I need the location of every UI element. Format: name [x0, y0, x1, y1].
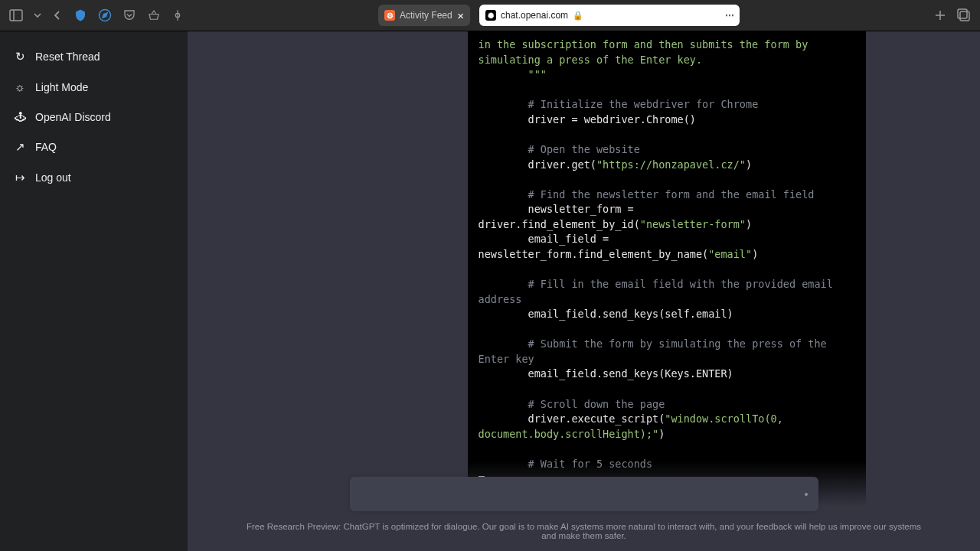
- tab-more-icon[interactable]: ⋯: [725, 10, 733, 21]
- code-text: ): [746, 218, 752, 230]
- code-text: email_field.send_keys(Keys.ENTER): [479, 367, 855, 382]
- basket-icon[interactable]: [147, 8, 161, 22]
- code-text: newsletter_form = driver.find_element_by…: [479, 203, 640, 230]
- code-comment: # Initialize the webdriver for Chrome: [479, 97, 855, 112]
- sidebar-item-logout[interactable]: ↦ Log out: [6, 163, 181, 192]
- code-text: """: [479, 67, 855, 83]
- browser-toolbar: ⚙ Activity Feed × ✺ chat.openai.com 🔒 ⋯: [0, 0, 980, 31]
- code-comment: # Scroll down the page: [479, 397, 855, 412]
- code-text: email_field = newsletter_form.find_eleme…: [479, 233, 709, 260]
- sun-icon: ☼: [14, 80, 26, 93]
- external-link-icon: ↗: [14, 140, 26, 154]
- code-comment: # Fill in the email field with the provi…: [479, 277, 855, 307]
- sidebar-item-discord[interactable]: 🕹 OpenAI Discord: [6, 103, 181, 131]
- code-string: "https://honzapavel.cz/": [596, 158, 746, 171]
- code-text: ): [658, 428, 665, 440]
- chevron-down-icon[interactable]: [34, 11, 41, 19]
- back-icon[interactable]: [52, 10, 63, 21]
- sidebar-toggle-icon[interactable]: [9, 8, 23, 22]
- code-text: a press of the Enter key.: [547, 54, 702, 66]
- disclaimer-text: Free Research Preview: ChatGPT is optimi…: [240, 522, 929, 540]
- code-text: email_field.send_keys(self.email): [479, 307, 855, 322]
- svg-rect-9: [958, 9, 967, 18]
- sidebar-item-label: OpenAI Discord: [35, 111, 111, 123]
- logout-icon: ↦: [14, 171, 26, 184]
- code-comment: # Find the newsletter form and the email…: [479, 187, 855, 203]
- svg-rect-0: [10, 10, 22, 21]
- compass-icon[interactable]: [98, 8, 112, 22]
- sidebar-item-faq[interactable]: ↗ FAQ: [6, 132, 181, 161]
- new-tab-icon[interactable]: [934, 9, 946, 21]
- code-string: "window.scrollTo(0,: [665, 412, 789, 425]
- code-string: "email": [708, 248, 752, 260]
- prompt-input-row[interactable]: [350, 477, 818, 511]
- tab-chat-openai[interactable]: ✺ chat.openai.com 🔒 ⋯: [479, 5, 740, 26]
- tab-favicon: ✺: [485, 10, 496, 21]
- tab-label: Activity Feed: [400, 10, 452, 21]
- code-text: driver.execute_script(: [479, 412, 665, 425]
- reset-icon: ↻: [14, 50, 26, 64]
- code-text: ): [752, 248, 758, 260]
- sidebar-item-label: Reset Thread: [35, 51, 100, 63]
- sidebar-item-light-mode[interactable]: ☼ Light Mode: [6, 73, 181, 101]
- code-text: ): [746, 158, 752, 171]
- sidebar: ↻ Reset Thread ☼ Light Mode 🕹 OpenAI Dis…: [0, 31, 188, 551]
- sidebar-item-label: Light Mode: [35, 81, 88, 93]
- tab-close-icon[interactable]: ×: [457, 9, 464, 22]
- tab-activity-feed[interactable]: ⚙ Activity Feed ×: [378, 5, 470, 26]
- sidebar-item-label: FAQ: [35, 141, 57, 153]
- tabs-overview-icon[interactable]: [957, 8, 971, 22]
- tab-favicon: ⚙: [384, 10, 395, 21]
- prompt-input[interactable]: [361, 487, 805, 500]
- tab-label: chat.openai.com: [501, 10, 568, 21]
- pocket-icon[interactable]: [122, 8, 136, 22]
- discord-icon: 🕹: [14, 110, 26, 123]
- svg-marker-3: [103, 13, 107, 18]
- code-string: document.body.scrollHeight);": [479, 428, 659, 440]
- code-text: driver = webdriver.Chrome(): [479, 112, 855, 128]
- main-content: in the subscription form and then submit…: [188, 31, 980, 551]
- svg-rect-8: [960, 11, 969, 21]
- code-block[interactable]: in the subscription form and then submit…: [468, 31, 866, 514]
- send-icon[interactable]: [805, 493, 808, 496]
- lock-icon: 🔒: [573, 11, 583, 21]
- sidebar-item-reset[interactable]: ↻ Reset Thread: [6, 42, 181, 71]
- sidebar-item-label: Log out: [35, 171, 71, 184]
- code-comment: # Open the website: [479, 142, 855, 158]
- shield-icon[interactable]: [74, 8, 87, 22]
- code-string: "newsletter-form": [640, 218, 746, 230]
- code-comment: # Submit the form by simulating the pres…: [479, 337, 855, 367]
- privacy-icon[interactable]: [172, 9, 184, 21]
- code-text: driver.get(: [479, 158, 596, 171]
